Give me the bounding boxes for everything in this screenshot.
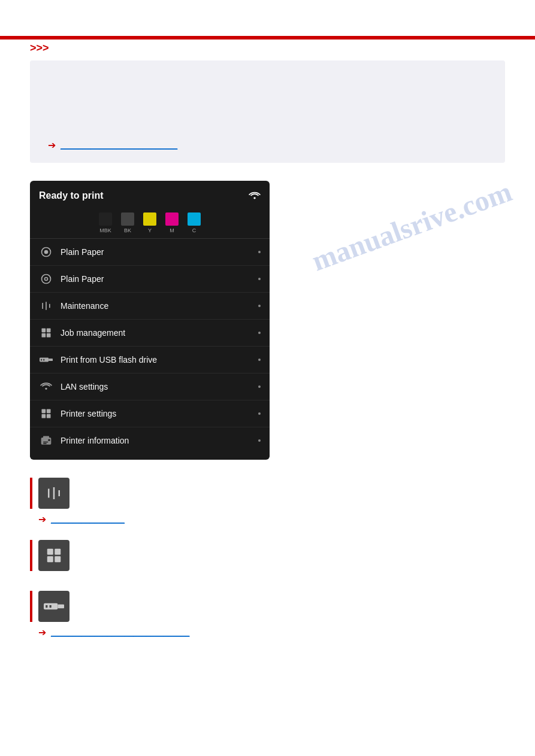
section-maintenance-arrow: ➔	[38, 514, 46, 525]
ink-label-y: Y	[148, 227, 152, 233]
svg-rect-28	[50, 605, 52, 608]
section-usb-print-link[interactable]: ________________________________	[51, 628, 189, 637]
svg-rect-19	[43, 442, 48, 443]
section-job-management-icon-box	[38, 540, 69, 571]
svg-rect-7	[47, 333, 51, 338]
svg-rect-4	[42, 329, 46, 333]
lcd-screen: Ready to print MBK BK Y	[30, 181, 270, 460]
note-link-row: ➔ ___________________________	[48, 139, 487, 151]
menu-dot-job-management	[258, 332, 261, 334]
svg-point-1	[44, 250, 49, 254]
menu-dot-maintenance	[258, 305, 261, 307]
svg-point-2	[42, 275, 51, 284]
paper1-icon	[39, 245, 53, 259]
ink-block-y	[143, 212, 156, 226]
svg-rect-9	[49, 359, 53, 361]
note-box: ➔ ___________________________	[30, 60, 505, 163]
maintenance-icon	[39, 299, 53, 313]
svg-point-18	[48, 439, 50, 441]
lan-icon	[39, 379, 53, 394]
svg-rect-13	[47, 409, 51, 414]
printer-information-icon	[39, 433, 53, 448]
ink-y: Y	[143, 212, 156, 233]
svg-rect-11	[43, 359, 44, 361]
note-arrow-icon: ➔	[48, 139, 56, 151]
svg-rect-6	[42, 333, 46, 338]
section-maintenance-icon-box	[38, 478, 69, 509]
section-usb-print-arrow: ➔	[38, 627, 46, 638]
section-usb-print-link-row: ➔ ________________________________	[30, 627, 505, 638]
menu-item-paper1-text: Plain Paper	[61, 247, 104, 257]
top-red-bar	[0, 36, 535, 40]
ink-label-bk: BK	[124, 227, 131, 233]
menu-item-printer-settings-text: Printer settings	[61, 409, 116, 418]
menu-item-usb-print-text: Print from USB flash drive	[61, 355, 157, 365]
paper2-icon	[39, 272, 53, 286]
menu-item-paper2-text: Plain Paper	[61, 274, 104, 284]
menu-dot-printer-settings	[258, 412, 261, 415]
ink-c: C	[188, 212, 201, 233]
svg-rect-21	[47, 549, 53, 555]
menu-item-printer-information[interactable]: Printer information	[30, 427, 270, 454]
section-usb-print-row	[30, 591, 505, 622]
svg-rect-26	[58, 605, 64, 608]
svg-rect-10	[41, 359, 42, 361]
menu-item-printer-information-text: Printer information	[61, 436, 129, 445]
svg-rect-17	[43, 436, 49, 438]
svg-rect-23	[47, 557, 53, 563]
section-usb-print-icon-box	[38, 591, 69, 622]
svg-rect-22	[55, 549, 61, 555]
wifi-icon	[249, 190, 261, 202]
svg-rect-24	[55, 557, 61, 563]
menu-item-usb-print[interactable]: Print from USB flash drive	[30, 347, 270, 374]
printer-settings-icon	[39, 406, 53, 421]
menu-dot-printer-information	[258, 439, 261, 442]
svg-rect-12	[42, 409, 46, 414]
menu-item-maintenance-text: Maintenance	[61, 301, 108, 311]
note-icon: >>>	[30, 42, 505, 54]
ink-block-mbk	[99, 212, 112, 226]
ink-block-bk	[121, 212, 134, 226]
note-text-3	[48, 119, 487, 131]
menu-item-lan[interactable]: LAN settings	[30, 374, 270, 400]
ink-label-m: M	[170, 227, 174, 233]
menu-item-maintenance[interactable]: Maintenance	[30, 293, 270, 320]
note-text-1	[48, 75, 487, 88]
svg-rect-20	[43, 444, 47, 445]
menu-item-paper2[interactable]: Plain Paper	[30, 266, 270, 293]
menu-item-lan-text: LAN settings	[61, 382, 108, 391]
job-management-icon	[39, 326, 53, 340]
menu-item-job-management[interactable]: Job management	[30, 320, 270, 347]
ink-label-c: C	[192, 227, 197, 233]
section-job-management-row	[30, 540, 505, 571]
ink-row: MBK BK Y M C	[30, 208, 270, 239]
menu-dot-paper2	[258, 278, 261, 280]
usb-print-icon	[39, 353, 53, 367]
svg-rect-5	[47, 329, 51, 333]
menu-dot-usb-print	[258, 359, 261, 361]
ink-bk: BK	[121, 212, 134, 233]
menu-dot-lan	[258, 385, 261, 388]
ink-mbk: MBK	[99, 212, 112, 233]
ink-block-m	[165, 212, 179, 226]
section-maintenance-row	[30, 478, 505, 509]
svg-rect-27	[46, 605, 47, 608]
page-content: >>> ➔ ___________________________ Ready …	[0, 0, 535, 677]
menu-dot-paper1	[258, 251, 261, 253]
svg-rect-14	[42, 414, 46, 418]
note-link-text[interactable]: ___________________________	[61, 141, 177, 150]
ink-m: M	[165, 212, 179, 233]
svg-rect-15	[47, 414, 51, 418]
lcd-title: Ready to print	[39, 190, 104, 201]
ink-block-c	[188, 212, 201, 226]
svg-point-3	[45, 278, 48, 281]
note-text-2	[48, 97, 487, 110]
section-maintenance-link-row: ➔ _________________	[30, 514, 505, 525]
menu-item-paper1[interactable]: Plain Paper	[30, 239, 270, 266]
lcd-header: Ready to print	[30, 190, 270, 208]
ink-label-mbk: MBK	[99, 227, 111, 233]
section-maintenance-link[interactable]: _________________	[51, 515, 125, 524]
menu-item-printer-settings[interactable]: Printer settings	[30, 400, 270, 427]
menu-item-job-management-text: Job management	[61, 328, 125, 338]
